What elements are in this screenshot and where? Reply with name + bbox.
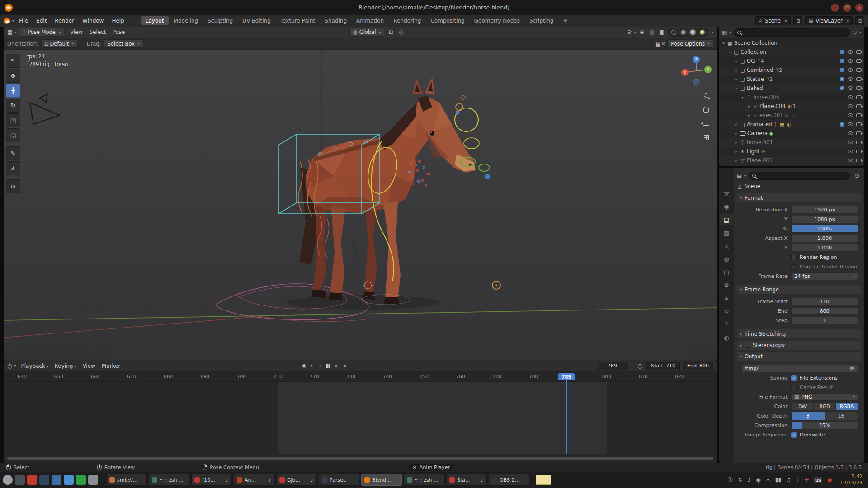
section-menu-icon[interactable]: ≡ bbox=[853, 195, 858, 201]
checkbox-group[interactable]: Render Region bbox=[791, 254, 861, 260]
workspace-tab-rendering[interactable]: Rendering bbox=[389, 16, 425, 25]
outliner-editor-icon[interactable]: ▦▾ bbox=[722, 28, 731, 37]
task-button-parsec[interactable]: Parsec bbox=[319, 474, 359, 486]
exclude-checkbox[interactable]: ✓ bbox=[840, 59, 844, 63]
timeline-menu-keying[interactable]: Keying▾ bbox=[52, 363, 79, 369]
task-button-an[interactable]: An...♪ bbox=[234, 474, 274, 486]
transport-jump-to-start-button[interactable]: ⇤ bbox=[311, 363, 314, 369]
render-visibility-icon[interactable] bbox=[856, 68, 862, 72]
tray-keyboard-layout-icon[interactable]: us bbox=[814, 477, 822, 483]
prop-slider-x[interactable]: 100% bbox=[791, 225, 858, 233]
pan-hand-icon[interactable] bbox=[702, 105, 711, 114]
section-header-output[interactable]: ▾Output bbox=[737, 352, 861, 361]
segment-16[interactable]: 16 bbox=[825, 412, 858, 420]
tool-tweak[interactable]: ↖ bbox=[6, 54, 20, 68]
shading-material-button[interactable] bbox=[689, 29, 696, 36]
exclude-checkbox[interactable]: ✓ bbox=[840, 50, 844, 54]
launcher-file-manager[interactable] bbox=[52, 475, 61, 485]
disclosure-open-icon[interactable]: ▾ bbox=[733, 86, 739, 90]
disclosure-closed-icon[interactable]: ▸ bbox=[733, 59, 739, 63]
outliner-row-animated[interactable]: ▸▢Animatedᛉ▦◐✓ bbox=[719, 120, 864, 129]
render-visibility-icon[interactable] bbox=[856, 131, 862, 135]
editor-type-icon[interactable]: ▦▾ bbox=[7, 28, 16, 37]
notes-window-icon[interactable] bbox=[536, 475, 551, 485]
launcher-media-player[interactable] bbox=[27, 475, 37, 485]
properties-tab-output[interactable]: ▤ bbox=[720, 214, 733, 225]
task-button-zsh[interactable]: ~ : zsh ... bbox=[404, 474, 444, 486]
tool-transform[interactable]: ◱ bbox=[6, 128, 20, 142]
blender-menu-icon[interactable]: ▾ bbox=[4, 17, 14, 25]
launcher-whisker-menu[interactable] bbox=[3, 475, 13, 485]
properties-tab-tool[interactable]: ⚒ bbox=[720, 188, 733, 199]
outliner-row-camera[interactable]: ▸Camera◆ bbox=[719, 129, 864, 138]
close-button[interactable]: × bbox=[855, 4, 863, 12]
properties-tab-modifiers[interactable]: ⚙ bbox=[720, 279, 733, 291]
launcher-screenshot[interactable] bbox=[88, 475, 98, 485]
playhead-line[interactable] bbox=[566, 380, 567, 454]
tool-rotate[interactable]: ↻ bbox=[6, 99, 20, 113]
tray-obs-icon[interactable]: ◉ bbox=[756, 477, 760, 483]
orientation-setting-dropdown[interactable]: ∆ Default ▾ bbox=[41, 39, 78, 48]
exclude-checkbox[interactable]: ✓ bbox=[840, 68, 844, 72]
shading-solid-button[interactable] bbox=[680, 29, 687, 36]
checkbox-group[interactable]: ✓File Extensions bbox=[791, 375, 861, 381]
section-header-format[interactable]: ▾Format≡ bbox=[737, 193, 861, 202]
drag-setting-dropdown[interactable]: Select Box ▾ bbox=[104, 39, 143, 48]
maximize-button[interactable]: □ bbox=[843, 4, 851, 12]
transport-prev-keyframe-button[interactable]: « bbox=[319, 363, 321, 369]
segment-bw[interactable]: BW bbox=[792, 403, 814, 410]
tray-bluetooth-icon[interactable]: ᛒ bbox=[796, 477, 799, 483]
hide-toggle-icon[interactable] bbox=[848, 86, 853, 90]
prop-field-aspect-x[interactable]: 1.000 bbox=[791, 235, 858, 242]
tray-audio-mixer-icon[interactable]: ♫ bbox=[786, 477, 791, 483]
tray-player-pause-icon[interactable]: ▮▮ bbox=[775, 477, 781, 483]
disclosure-open-icon[interactable]: ▾ bbox=[721, 41, 726, 45]
workspace-tab-layout[interactable]: Layout bbox=[141, 16, 169, 25]
shading-wireframe-button[interactable] bbox=[670, 29, 677, 36]
add-workspace-button[interactable]: + bbox=[558, 16, 572, 25]
disclosure-closed-icon[interactable]: ▸ bbox=[733, 122, 739, 127]
anim-player-indicator[interactable]: ⊗ Anim Player bbox=[408, 464, 454, 471]
3d-viewport[interactable]: ▦▾ ᛉ Pose Mode ▾ ViewSelectPose ◍ Global… bbox=[4, 27, 717, 360]
launcher-web-browser[interactable] bbox=[76, 475, 86, 485]
prop-slider-compression[interactable]: 15% bbox=[791, 422, 858, 429]
outliner-row-og[interactable]: ▸▢OGᛉ4✓ bbox=[719, 56, 864, 66]
properties-tab-world[interactable]: ◍ bbox=[720, 253, 733, 265]
render-visibility-icon[interactable] bbox=[856, 113, 862, 117]
timeline-menu-marker[interactable]: Marker bbox=[99, 363, 123, 369]
tool-scale[interactable]: ◰ bbox=[6, 113, 20, 127]
outliner-filter-icon[interactable]: ▽▾ bbox=[853, 28, 861, 37]
prop-dropdown-file-format[interactable]: ▦PNG▾ bbox=[791, 393, 858, 401]
ortho-grid-icon[interactable] bbox=[702, 133, 711, 142]
prop-field-resolution-x[interactable]: 1920 px bbox=[791, 206, 858, 214]
transport-next-keyframe-button[interactable]: » bbox=[335, 363, 338, 369]
hide-toggle-icon[interactable] bbox=[848, 141, 853, 144]
transform-orientation-dropdown[interactable]: ◍ Global ▾ bbox=[349, 28, 385, 37]
snap-magnet-icon[interactable]: Ω bbox=[387, 28, 395, 37]
render-visibility-icon[interactable] bbox=[856, 150, 862, 153]
launcher-show-desktop[interactable] bbox=[15, 475, 25, 485]
workspace-tab-modeling[interactable]: Modeling bbox=[169, 16, 203, 25]
hide-toggle-icon[interactable] bbox=[848, 59, 853, 63]
hide-toggle-icon[interactable] bbox=[848, 150, 853, 153]
tool-annotate[interactable]: ✎ bbox=[6, 146, 20, 160]
task-button-gjb[interactable]: Gjb...♪ bbox=[276, 474, 317, 486]
task-button-obs-2[interactable]: OBS 2... bbox=[489, 474, 529, 486]
tray-security-icon[interactable]: ✚ bbox=[804, 477, 809, 483]
outliner-row-horse-005[interactable]: ▾ᛉhorse.005 bbox=[719, 93, 864, 102]
tray-network-icon[interactable]: ⇅ bbox=[738, 477, 743, 483]
disclosure-closed-icon[interactable]: ▸ bbox=[733, 159, 739, 163]
disclosure-closed-icon[interactable]: ▸ bbox=[733, 150, 739, 154]
tool-cursor[interactable]: ⊕ bbox=[6, 69, 20, 83]
workspace-tab-compositing[interactable]: Compositing bbox=[426, 16, 469, 25]
workspace-tab-uv-editing[interactable]: UV Editing bbox=[238, 16, 275, 25]
menu-edit[interactable]: Edit bbox=[32, 17, 51, 25]
timeline-editor-icon[interactable]: ◷▾ bbox=[7, 361, 16, 370]
visibility-dropdown[interactable]: ▾ bbox=[627, 28, 636, 37]
task-button-blend[interactable]: Blend... bbox=[361, 474, 402, 486]
disclosure-closed-icon[interactable]: ▸ bbox=[733, 141, 739, 145]
checkbox-group[interactable]: Crop to Render Region bbox=[791, 264, 861, 270]
properties-tab-scene[interactable]: ◬ bbox=[720, 240, 733, 252]
checkbox-group[interactable]: Cache Result bbox=[791, 385, 861, 390]
hide-toggle-icon[interactable] bbox=[848, 68, 853, 72]
